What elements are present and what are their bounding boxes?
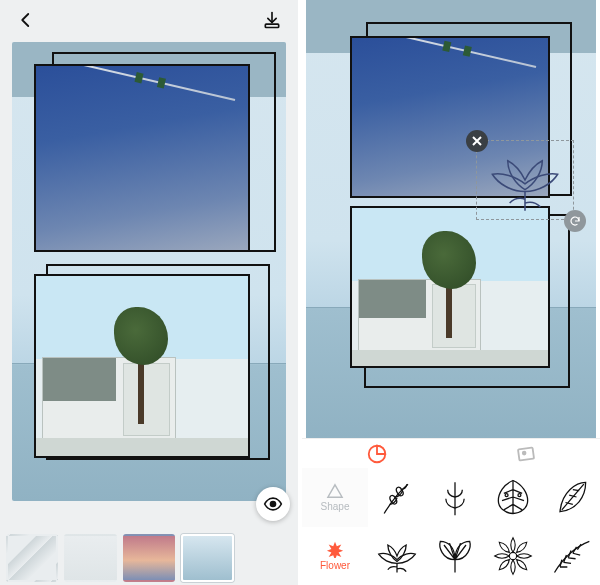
photo-building[interactable] (34, 274, 250, 458)
sticker-monstera[interactable] (489, 473, 537, 521)
triangle-icon (326, 483, 344, 499)
sticker-selection-box[interactable] (476, 140, 574, 220)
svg-point-7 (505, 494, 508, 497)
sticker-branch-b[interactable] (431, 473, 479, 521)
building-graphic (358, 279, 482, 357)
crane-graphic (74, 64, 236, 101)
tab-sticker[interactable] (357, 440, 397, 468)
svg-point-4 (522, 452, 525, 455)
sticker-grid (368, 468, 600, 585)
sticker-lotus[interactable] (373, 532, 421, 580)
flower-icon (326, 540, 344, 558)
svg-point-1 (271, 502, 276, 507)
sticker-branch-a[interactable] (373, 473, 421, 521)
left-canvas[interactable] (12, 42, 286, 501)
background-thumbnail-strip (0, 531, 298, 585)
thumbnail-sunset[interactable] (123, 534, 175, 582)
thumbnail-sea[interactable] (181, 534, 233, 582)
download-button[interactable] (258, 6, 286, 34)
preview-toggle-button[interactable] (256, 487, 290, 521)
thumbnail-marble[interactable] (6, 534, 58, 582)
crane-graphic (387, 36, 536, 68)
svg-rect-0 (265, 24, 278, 27)
building-graphic (42, 357, 175, 445)
ground-graphic (352, 350, 548, 366)
sticker-rotate-handle[interactable] (564, 210, 586, 232)
tree-graphic (446, 265, 452, 338)
sticker-category-list: Shape Flower (302, 468, 369, 585)
right-screen: Shape Flower (302, 0, 600, 585)
photo-building[interactable] (350, 206, 550, 368)
sticker-mandala[interactable] (489, 532, 537, 580)
left-topbar (0, 0, 298, 40)
svg-point-8 (518, 494, 521, 497)
sticker-fern[interactable] (547, 532, 595, 580)
tree-graphic (138, 341, 144, 424)
sticker-lotus[interactable] (477, 141, 573, 219)
svg-point-9 (509, 552, 516, 559)
ground-graphic (36, 438, 248, 456)
category-label: Flower (320, 560, 350, 571)
thumbnail-blank[interactable] (240, 534, 292, 582)
category-flower[interactable]: Flower (302, 527, 368, 586)
editor-mode-tabbar (302, 438, 600, 470)
tab-photo[interactable] (506, 440, 546, 468)
sticker-leaf[interactable] (547, 473, 595, 521)
right-canvas[interactable] (306, 0, 596, 438)
sticker-delete-button[interactable] (466, 130, 488, 152)
back-button[interactable] (12, 6, 40, 34)
left-screen (0, 0, 298, 585)
thumbnail-plain[interactable] (64, 534, 116, 582)
sticker-ginkgo[interactable] (431, 532, 479, 580)
photo-sky[interactable] (34, 64, 250, 252)
category-shape[interactable]: Shape (302, 468, 368, 527)
category-label: Shape (321, 501, 350, 512)
